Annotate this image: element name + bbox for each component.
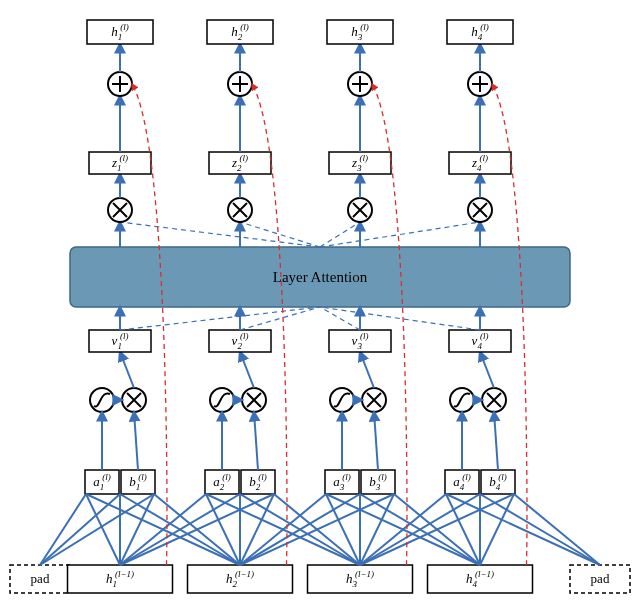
svg-line-53 bbox=[360, 352, 374, 388]
svg-line-41 bbox=[120, 352, 134, 388]
svg-line-20 bbox=[240, 494, 394, 565]
svg-line-3 bbox=[86, 494, 120, 565]
diagram: padpadh1(l−1)h2(l−1)h3(l−1)h4(l−1)a1(l)b… bbox=[0, 0, 640, 615]
svg-line-47 bbox=[240, 352, 254, 388]
svg-line-57 bbox=[494, 412, 498, 470]
svg-line-63 bbox=[240, 307, 320, 330]
svg-line-39 bbox=[134, 412, 138, 470]
svg-line-74 bbox=[240, 222, 320, 247]
svg-line-51 bbox=[374, 412, 378, 470]
svg-line-84 bbox=[320, 222, 480, 247]
svg-line-79 bbox=[320, 222, 360, 247]
svg-line-67 bbox=[320, 307, 480, 330]
layer-attention-label: Layer Attention bbox=[273, 269, 368, 285]
svg-line-29 bbox=[360, 494, 514, 565]
sigmoid-icon-3 bbox=[330, 388, 354, 412]
svg-line-61 bbox=[120, 307, 320, 330]
svg-line-59 bbox=[480, 352, 494, 388]
sigmoid-icon-1 bbox=[90, 388, 114, 412]
pad-label-right: pad bbox=[591, 571, 610, 586]
svg-line-11 bbox=[120, 494, 274, 565]
svg-line-45 bbox=[254, 412, 258, 470]
pad-label-left: pad bbox=[31, 571, 50, 586]
svg-line-9 bbox=[120, 494, 206, 565]
svg-line-69 bbox=[120, 222, 320, 247]
sigmoid-icon-4 bbox=[450, 388, 474, 412]
sigmoid-icon-2 bbox=[210, 388, 234, 412]
svg-line-65 bbox=[320, 307, 360, 330]
svg-line-33 bbox=[446, 494, 600, 565]
